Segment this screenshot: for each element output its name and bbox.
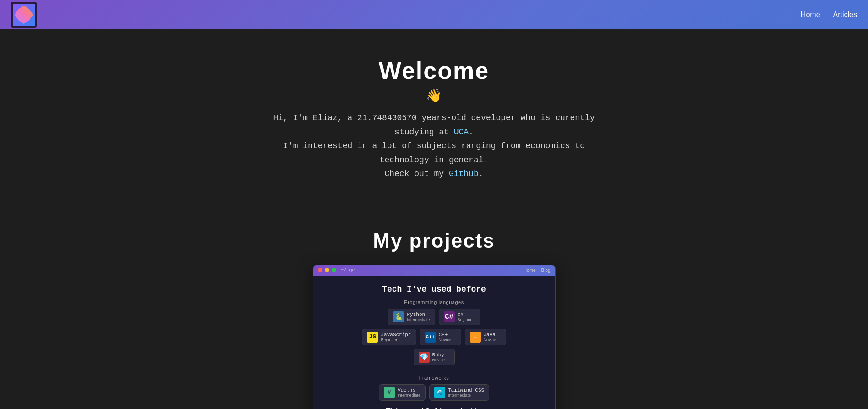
window-controls: ~/.gc: [318, 268, 355, 273]
nav-articles-link[interactable]: Articles: [833, 11, 857, 19]
tech-ruby: 💎 Ruby Novice: [414, 349, 455, 365]
titlebar-nav: Home Blog: [524, 268, 551, 273]
intro-period-2: .: [479, 169, 484, 178]
close-dot: [318, 268, 322, 272]
vue-info: Vue.js Intermediate: [398, 387, 420, 398]
tech-csharp: C# C# Beginner: [439, 309, 480, 325]
js-icon: JS: [367, 332, 378, 343]
card-nav-blog[interactable]: Blog: [541, 268, 550, 273]
intro-paragraph: Hi, I'm Eliaz, a 21.748430570 years-old …: [251, 111, 617, 181]
card-titlebar: ~/.gc Home Blog: [313, 265, 555, 276]
java-icon: ☕: [470, 332, 481, 343]
tech-cpp: C++ C++ Novice: [420, 329, 461, 345]
programming-label: Programming languages: [322, 299, 546, 305]
github-link[interactable]: Github: [449, 169, 479, 178]
csharp-name: C#: [458, 312, 474, 317]
minimize-dot: [325, 268, 329, 272]
ruby-icon: 💎: [419, 352, 430, 363]
vue-level: Intermediate: [398, 393, 420, 398]
tailwind-icon: 🌊: [434, 387, 445, 398]
python-icon: 🐍: [393, 311, 404, 322]
site-logo: [11, 2, 37, 28]
main-content: Welcome 👋 Hi, I'm Eliaz, a 21.748430570 …: [159, 29, 709, 409]
uca-link[interactable]: UCA: [454, 127, 469, 137]
welcome-title: Welcome: [169, 57, 700, 84]
tech-python: 🐍 Python Intermediate: [388, 309, 435, 325]
tech-tailwind: 🌊 Tailwind CSS Intermediate: [429, 384, 489, 401]
titlebar-path: ~/.gc: [341, 268, 355, 273]
vue-name: Vue.js: [398, 387, 420, 393]
vue-icon: V: [384, 387, 395, 398]
tailwind-level: Intermediate: [448, 393, 484, 398]
projects-section: My projects ~/.gc Home Blog Tech I've us…: [169, 225, 700, 409]
tech-js: JS JavaScript Beginner: [362, 329, 416, 345]
card-nav-home[interactable]: Home: [524, 268, 536, 273]
cpp-level: Novice: [439, 337, 452, 342]
tech-row-1: 🐍 Python Intermediate C# C# Beginner: [322, 309, 546, 325]
ruby-level: Novice: [432, 358, 445, 362]
tech-row-4: V Vue.js Intermediate 🌊 Tailwind CSS Int…: [322, 384, 546, 401]
tech-java: ☕ Java Novice: [465, 329, 506, 345]
frameworks-divider: [322, 370, 546, 370]
js-level: Beginner: [381, 337, 411, 342]
maximize-dot: [332, 268, 336, 272]
portfolio-card-title: This portfolio website: [322, 407, 546, 409]
csharp-level: Beginner: [458, 317, 474, 322]
ruby-name: Ruby: [432, 352, 445, 358]
java-info: Java Novice: [484, 332, 497, 342]
project-card: ~/.gc Home Blog Tech I've used before Pr…: [313, 265, 556, 409]
java-name: Java: [484, 332, 497, 337]
frameworks-label: Frameworks: [322, 375, 546, 381]
js-name: JavaScript: [381, 332, 411, 337]
ruby-info: Ruby Novice: [432, 352, 445, 362]
js-info: JavaScript Beginner: [381, 332, 411, 342]
tech-title: Tech I've used before: [322, 285, 546, 294]
python-info: Python Intermediate: [407, 312, 430, 322]
java-level: Novice: [484, 337, 497, 342]
python-name: Python: [407, 312, 430, 317]
nav-home-link[interactable]: Home: [801, 11, 820, 19]
csharp-icon: C#: [444, 311, 455, 322]
intro-text-1: Hi, I'm Eliaz, a 21.748430570 years-old …: [273, 113, 595, 137]
site-header: Home Articles: [0, 0, 868, 29]
main-nav: Home Articles: [801, 11, 857, 19]
tech-row-2: JS JavaScript Beginner C++ C++ Novice: [322, 329, 546, 345]
projects-title: My projects: [169, 229, 700, 252]
wave-emoji: 👋: [169, 88, 700, 104]
python-level: Intermediate: [407, 317, 430, 322]
cpp-icon: C++: [425, 332, 436, 343]
tech-row-3: 💎 Ruby Novice: [322, 349, 546, 365]
tech-vue: V Vue.js Intermediate: [379, 384, 426, 401]
tailwind-name: Tailwind CSS: [448, 387, 484, 393]
cpp-info: C++ Novice: [439, 332, 452, 342]
welcome-section: Welcome 👋 Hi, I'm Eliaz, a 21.748430570 …: [169, 48, 700, 195]
csharp-info: C# Beginner: [458, 312, 474, 322]
section-divider: [251, 210, 617, 210]
tailwind-info: Tailwind CSS Intermediate: [448, 387, 484, 398]
card-body: Tech I've used before Programming langua…: [313, 276, 555, 409]
cpp-name: C++: [439, 332, 452, 337]
